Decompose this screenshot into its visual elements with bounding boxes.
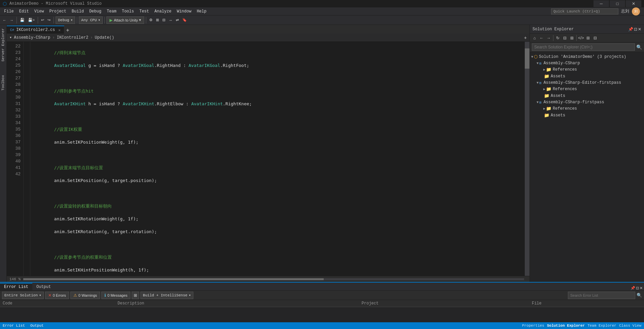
toolbar-misc4[interactable]: ↔ bbox=[167, 16, 174, 24]
bottom-panel: Error List Output 📌 ⊡ ✕ Entire Solution … bbox=[0, 282, 644, 322]
assembly-csharp-assets[interactable]: 📁 Assets bbox=[530, 73, 644, 80]
menu-build[interactable]: Build bbox=[69, 8, 87, 14]
error-search-btn[interactable]: 🔍 bbox=[637, 293, 642, 298]
editor-scrollbar[interactable] bbox=[525, 42, 529, 276]
se-tb-code[interactable]: </> bbox=[578, 35, 584, 41]
menu-view[interactable]: View bbox=[32, 8, 47, 14]
code-line-25: //得到参考节点hit bbox=[33, 88, 522, 94]
se-search-input[interactable] bbox=[532, 43, 635, 51]
errors-filter-btn[interactable]: ✕ 0 Errors bbox=[45, 292, 69, 299]
warnings-filter-btn[interactable]: ⚠ 0 Warnings bbox=[70, 292, 100, 299]
se-popout-btn[interactable]: ⊡ bbox=[634, 27, 637, 32]
col-header-description: Description bbox=[115, 300, 359, 307]
breadcrumb-add-btn[interactable]: + bbox=[524, 35, 527, 40]
error-icon: ✕ bbox=[48, 293, 52, 298]
status-error-list[interactable]: Error List bbox=[3, 324, 25, 328]
menu-team[interactable]: Team bbox=[104, 8, 119, 14]
menu-file[interactable]: File bbox=[1, 8, 17, 14]
messages-filter-btn[interactable]: ℹ 0 Messages bbox=[101, 292, 130, 299]
attach-to-unity-button[interactable]: ▶ Attach to Unity ▾ bbox=[106, 16, 144, 24]
minimize-button[interactable]: ─ bbox=[593, 0, 609, 7]
bottom-tab-properties[interactable]: Properties bbox=[522, 324, 544, 328]
bottom-panel-pin-btn[interactable]: 📌 bbox=[631, 286, 635, 290]
code-content[interactable]: //得到末端节点 AvatarIKGoal g = isHand ? Avata… bbox=[30, 42, 525, 276]
project-assembly-csharp-firstpass[interactable]: ▼ ⊞ Assembly-CSharp-firstpass bbox=[530, 99, 644, 105]
firstpass-references[interactable]: ▶ 📁 References bbox=[530, 105, 644, 112]
assembly-csharp-references[interactable]: ▶ 📁 References bbox=[530, 66, 644, 73]
add-tab-button[interactable]: + bbox=[64, 27, 71, 34]
error-search-input[interactable] bbox=[568, 292, 635, 299]
breadcrumb-dropdown1[interactable]: ▾ bbox=[9, 35, 12, 40]
scroll-thumb[interactable] bbox=[525, 48, 529, 69]
zoom-scrollbar[interactable] bbox=[23, 278, 524, 280]
se-tb-back[interactable]: ← bbox=[538, 35, 545, 41]
se-close-btn[interactable]: ✕ bbox=[638, 27, 641, 32]
se-tb-refresh[interactable]: ↻ bbox=[554, 35, 561, 41]
se-tb-home[interactable]: ⌂ bbox=[531, 35, 538, 41]
zoom-label: 146 % bbox=[9, 277, 21, 281]
filter-scope-dropdown[interactable]: Entire Solution ▾ bbox=[2, 292, 44, 299]
menu-window[interactable]: Window bbox=[174, 8, 194, 14]
editor-firstpass-assets[interactable]: 📁 Assets bbox=[530, 93, 644, 99]
menu-debug[interactable]: Debug bbox=[87, 8, 104, 14]
status-output[interactable]: Output bbox=[30, 324, 44, 328]
bottom-tab-class-view[interactable]: Class View bbox=[619, 324, 641, 328]
toolbar-misc3[interactable]: ⊟ bbox=[161, 16, 167, 24]
toolbox-tab[interactable]: Toolbox bbox=[0, 72, 7, 94]
platform-dropdown[interactable]: Any CPU ▾ bbox=[79, 16, 103, 24]
se-pin-btn[interactable]: 📌 bbox=[628, 27, 633, 32]
quick-launch[interactable]: Quick Launch (Ctrl+Q) bbox=[551, 8, 618, 14]
toolbar-misc1[interactable]: ⚙ bbox=[148, 16, 154, 24]
se-tb-collapse[interactable]: ⊟ bbox=[561, 35, 568, 41]
server-explorer-tab[interactable]: Server Explorer bbox=[0, 25, 7, 65]
project-assembly-csharp[interactable]: ▼ ⊞ Assembly-CSharp bbox=[530, 60, 644, 66]
se-tb-forward[interactable]: → bbox=[545, 35, 552, 41]
toolbar-sep5 bbox=[104, 17, 105, 24]
toolbar-fwd-btn[interactable]: → bbox=[8, 16, 15, 24]
bottom-panel-float-btn[interactable]: ⊡ bbox=[636, 286, 639, 290]
solution-root[interactable]: ▼ ⬡ Solution 'AnimatorDemo' (3 projects) bbox=[530, 53, 644, 60]
project3-icon: ⊞ bbox=[539, 100, 542, 105]
warning-icon: ⚠ bbox=[73, 293, 77, 298]
ref1-folder-icon: 📁 bbox=[546, 67, 551, 72]
output-tab[interactable]: Output bbox=[32, 284, 55, 290]
se-tb-settings[interactable]: ⊟ bbox=[592, 35, 599, 41]
editor-firstpass-references[interactable]: ▶ 📁 References bbox=[530, 86, 644, 93]
menu-help[interactable]: Help bbox=[194, 8, 209, 14]
ref2-label: References bbox=[553, 87, 577, 92]
build-config-dropdown[interactable]: Build + IntelliSense ▾ bbox=[140, 292, 193, 299]
toolbar-saveall-btn[interactable]: 💾+ bbox=[27, 16, 36, 24]
project-assembly-csharp-editor-firstpass[interactable]: ▼ ⊞ Assembly-CSharp-Editor-firstpass bbox=[530, 80, 644, 86]
toolbar-misc2[interactable]: ⊞ bbox=[155, 16, 160, 24]
firstpass-assets[interactable]: 📁 Assets bbox=[530, 112, 644, 119]
toolbar-back-btn[interactable]: ← bbox=[1, 16, 8, 24]
ref3-label: References bbox=[553, 106, 577, 111]
editor-status-bar: 146 % bbox=[7, 276, 529, 282]
active-editor-tab[interactable]: C# IKController2.cs ✕ bbox=[7, 26, 64, 34]
menu-tools[interactable]: Tools bbox=[119, 8, 137, 14]
maximize-button[interactable]: □ bbox=[610, 0, 625, 7]
menu-test[interactable]: Test bbox=[137, 8, 152, 14]
tab-close-icon[interactable]: ✕ bbox=[58, 28, 61, 32]
menu-edit[interactable]: Edit bbox=[17, 8, 32, 14]
toolbar-redo-btn[interactable]: ↪ bbox=[46, 16, 52, 24]
menu-project[interactable]: Project bbox=[46, 8, 69, 14]
bottom-panel-close-btn[interactable]: ✕ bbox=[640, 286, 643, 290]
toolbar-undo-btn[interactable]: ↩ bbox=[40, 16, 45, 24]
bottom-tab-team-explorer[interactable]: Team Explorer bbox=[587, 324, 616, 328]
bottom-tab-solution-explorer[interactable]: Solution Explorer bbox=[547, 324, 585, 328]
se-tb-filter[interactable]: ⊞ bbox=[585, 35, 591, 41]
special-filter-btn[interactable]: ⊞ bbox=[132, 292, 139, 299]
se-search-btn[interactable]: 🔍 bbox=[636, 44, 642, 50]
message-icon: ℹ bbox=[104, 293, 106, 298]
se-tb-properties[interactable]: ⊞ bbox=[569, 35, 575, 41]
toolbar-bookmark[interactable]: 🔖 bbox=[181, 16, 188, 24]
menu-analyze[interactable]: Analyze bbox=[152, 8, 174, 14]
toolbar-misc5[interactable]: ⇌ bbox=[174, 16, 180, 24]
debug-config-dropdown[interactable]: Debug ▾ bbox=[56, 16, 75, 24]
close-button[interactable]: ✕ bbox=[626, 0, 641, 7]
toolbar-save-btn[interactable]: 💾 bbox=[19, 16, 26, 24]
error-list-tab[interactable]: Error List bbox=[0, 283, 32, 290]
user-avatar: 刘 bbox=[632, 7, 640, 15]
solution-explorer-title: Solution Explorer bbox=[533, 27, 574, 32]
